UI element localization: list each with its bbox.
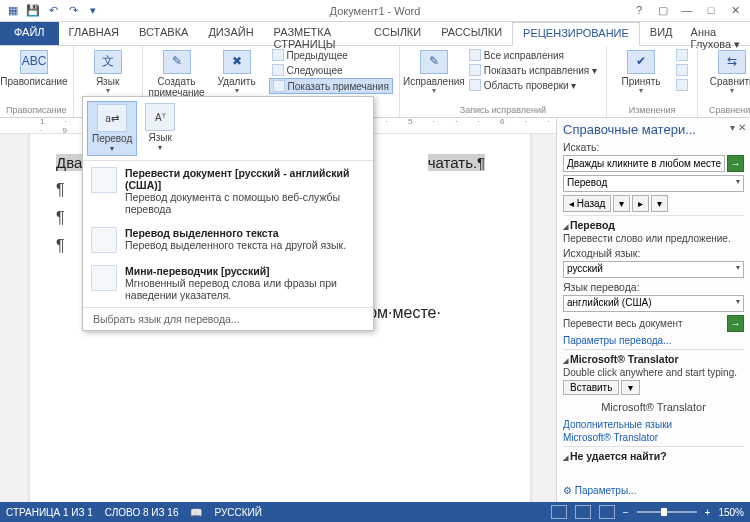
status-bar: СТРАНИЦА 1 ИЗ 1 СЛОВО 8 ИЗ 16 📖 РУССКИЙ … (0, 502, 750, 522)
target-language-select[interactable]: английский (США) (563, 295, 744, 312)
tab-layout[interactable]: РАЗМЕТКА СТРАНИЦЫ (264, 22, 364, 45)
print-layout-icon[interactable] (575, 505, 591, 519)
qat-more-icon[interactable]: ▾ (84, 2, 102, 20)
language-btn[interactable]: AᵀЯзык▾ (141, 101, 179, 156)
back-split[interactable]: ▾ (613, 195, 630, 212)
reject-button[interactable] (673, 48, 691, 62)
source-language-select[interactable]: русский (563, 261, 744, 278)
next-comment-button[interactable]: Следующее (269, 63, 393, 77)
translation-section[interactable]: Перевод (563, 219, 744, 231)
prev-change-button[interactable] (673, 63, 691, 77)
insert-button[interactable]: Вставить (563, 380, 619, 395)
tab-design[interactable]: ДИЗАЙН (198, 22, 263, 45)
zoom-in-icon[interactable]: + (705, 507, 711, 518)
translate-doc-go[interactable]: → (727, 315, 744, 332)
tab-review[interactable]: РЕЦЕНЗИРОВАНИЕ (512, 22, 640, 46)
group-changes: ✔Принять Изменения (607, 46, 698, 117)
search-input[interactable] (563, 155, 725, 172)
show-markup-button[interactable]: Показать исправления ▾ (466, 63, 600, 77)
save-icon[interactable]: 💾 (24, 2, 42, 20)
group-tracking: ✎Исправления Все исправления Показать ис… (400, 46, 607, 117)
tab-view[interactable]: ВИД (640, 22, 683, 45)
title-bar: ▦ 💾 ↶ ↷ ▾ Документ1 - Word ? ▢ — □ ✕ (0, 0, 750, 22)
category-select[interactable]: Перевод (563, 175, 744, 192)
spelling-button[interactable]: ABCПравописание (6, 48, 62, 89)
mini-translator-item[interactable]: Мини-переводчик [русский]Мгновенный пере… (83, 259, 373, 307)
pane-close-icon[interactable]: ▾ ✕ (730, 122, 746, 133)
translate-icon: a⇄ (97, 104, 127, 132)
ribbon-options-icon[interactable]: ▢ (654, 4, 672, 17)
maximize-icon[interactable]: □ (702, 4, 720, 17)
redo-icon[interactable]: ↷ (64, 2, 82, 20)
translate-selection-item[interactable]: Перевод выделенного текстаПеревод выделе… (83, 221, 373, 259)
zoom-out-icon[interactable]: − (623, 507, 629, 518)
undo-icon[interactable]: ↶ (44, 2, 62, 20)
next-icon (272, 64, 284, 76)
language-dropdown-popup: a⇄Перевод▾ AᵀЯзык▾ Перевести документ [р… (82, 96, 374, 331)
accept-icon: ✔ (627, 50, 655, 74)
tab-insert[interactable]: ВСТАВКА (129, 22, 198, 45)
new-comment-icon: ✎ (163, 50, 191, 74)
accept-button[interactable]: ✔Принять (613, 48, 669, 98)
display-for-review-select[interactable]: Все исправления (466, 48, 600, 62)
forward-split[interactable]: ▾ (651, 195, 668, 212)
choose-translation-language[interactable]: Выбрать язык для перевода... (83, 308, 373, 330)
forward-button[interactable]: ▸ (632, 195, 649, 212)
tab-mailings[interactable]: РАССЫЛКИ (431, 22, 512, 45)
compare-button[interactable]: ⇆Сравнить (704, 48, 750, 98)
ribbon-tabs: ФАЙЛ ГЛАВНАЯ ВСТАВКА ДИЗАЙН РАЗМЕТКА СТР… (0, 22, 750, 46)
minimize-icon[interactable]: — (678, 4, 696, 17)
reviewing-pane-button[interactable]: Область проверки ▾ (466, 78, 600, 92)
window-title: Документ1 - Word (330, 5, 421, 17)
more-languages-link[interactable]: Дополнительные языки (563, 419, 744, 430)
translator-logo: Microsoft® Translator (563, 401, 744, 413)
reject-icon (676, 49, 688, 61)
translate-document-item[interactable]: Перевести документ [русский - английский… (83, 161, 373, 221)
close-icon[interactable]: ✕ (726, 4, 744, 17)
quick-access-toolbar: ▦ 💾 ↶ ↷ ▾ (0, 2, 102, 20)
delete-comment-icon: ✖ (223, 50, 251, 74)
translator-link[interactable]: Microsoft® Translator (563, 432, 744, 443)
translate-sel-icon (91, 227, 117, 253)
search-go-button[interactable]: → (727, 155, 744, 172)
translate-doc-icon (91, 167, 117, 193)
help-icon[interactable]: ? (630, 4, 648, 17)
user-account[interactable]: Анна Глухова ▾ (683, 22, 750, 45)
word-count[interactable]: СЛОВО 8 ИЗ 16 (105, 507, 179, 518)
tab-references[interactable]: ССЫЛКИ (364, 22, 431, 45)
back-button[interactable]: ◂ Назад (563, 195, 611, 212)
next-change-icon (676, 79, 688, 91)
zoom-level[interactable]: 150% (718, 507, 744, 518)
language-button[interactable]: 文Язык (80, 48, 136, 98)
prev-change-icon (676, 64, 688, 76)
prev-comment-button[interactable]: Предыдущее (269, 48, 393, 62)
tab-home[interactable]: ГЛАВНАЯ (59, 22, 129, 45)
new-comment-button[interactable]: ✎Создать примечание (149, 48, 205, 100)
track-changes-button[interactable]: ✎Исправления (406, 48, 462, 98)
spell-icon[interactable]: 📖 (190, 507, 202, 518)
research-pane: Справочные матери... ▾ ✕ Искать: → Перев… (556, 118, 750, 502)
pane-title: Справочные матери... (563, 122, 744, 137)
translate-btn[interactable]: a⇄Перевод▾ (87, 101, 137, 156)
language-status[interactable]: РУССКИЙ (214, 507, 261, 518)
language-icon: 文 (94, 50, 122, 74)
show-comments-icon (273, 80, 285, 92)
insert-split[interactable]: ▾ (621, 380, 640, 395)
cant-find-section[interactable]: Не удается найти? (563, 450, 744, 462)
translation-options-link[interactable]: Параметры перевода... (563, 335, 744, 346)
tab-file[interactable]: ФАЙЛ (0, 22, 59, 45)
word-icon: ▦ (4, 2, 22, 20)
page-status[interactable]: СТРАНИЦА 1 ИЗ 1 (6, 507, 93, 518)
read-mode-icon[interactable] (551, 505, 567, 519)
ms-translator-section[interactable]: Microsoft® Translator (563, 353, 744, 365)
mini-translator-icon (91, 265, 117, 291)
language-icon: Aᵀ (145, 103, 175, 131)
prev-icon (272, 49, 284, 61)
research-options-link[interactable]: ⚙ Параметры... (563, 485, 636, 496)
web-layout-icon[interactable] (599, 505, 615, 519)
delete-comment-button[interactable]: ✖Удалить (209, 48, 265, 98)
compare-icon: ⇆ (718, 50, 746, 74)
show-comments-button[interactable]: Показать примечания (269, 78, 393, 94)
next-change-button[interactable] (673, 78, 691, 92)
zoom-slider[interactable] (637, 511, 697, 513)
